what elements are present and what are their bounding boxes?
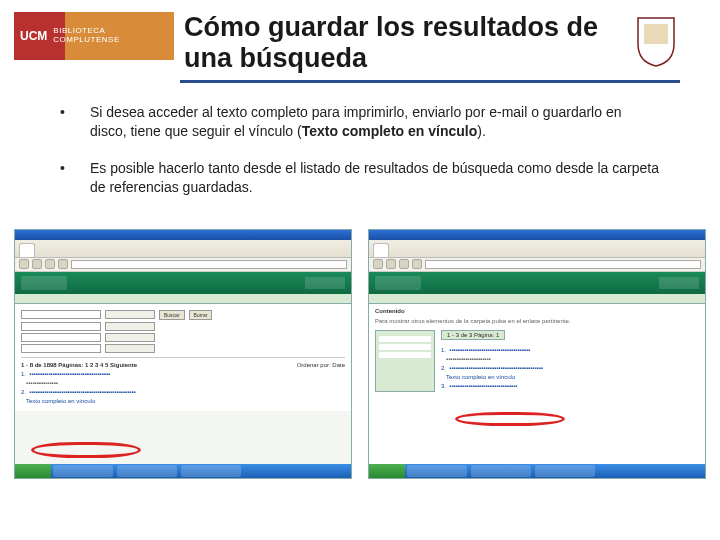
home-icon bbox=[58, 259, 68, 269]
shield-logo bbox=[632, 12, 680, 70]
folder-item: 1. ▪▪▪▪▪▪▪▪▪▪▪▪▪▪▪▪▪▪▪▪▪▪▪▪▪▪▪▪▪▪▪▪▪▪▪▪▪… bbox=[441, 347, 699, 353]
banner-right bbox=[305, 277, 345, 289]
clear-button: Borrar bbox=[189, 310, 213, 320]
back-icon bbox=[19, 259, 29, 269]
bullet-text: Si desea acceder al texto completo para … bbox=[90, 103, 660, 141]
windows-taskbar bbox=[369, 464, 705, 478]
left-sidebar-panel bbox=[375, 330, 435, 392]
results-tab: 1 - 3 de 3 Página: 1 bbox=[441, 330, 505, 340]
browser-tab bbox=[373, 243, 389, 257]
taskbar-item bbox=[117, 465, 177, 477]
browser-toolbar bbox=[15, 258, 351, 272]
search-dropdown bbox=[105, 333, 155, 342]
ebsco-logo bbox=[21, 276, 67, 290]
search-dropdown bbox=[105, 344, 155, 353]
screenshot-folder: Contenido Para mostrar otros elementos d… bbox=[368, 229, 706, 479]
ebsco-logo bbox=[375, 276, 421, 290]
nav-green-bar bbox=[369, 294, 705, 304]
bullet-text: Es posible hacerlo tanto desde el listad… bbox=[90, 159, 660, 197]
reload-icon bbox=[45, 259, 55, 269]
windows-taskbar bbox=[15, 464, 351, 478]
ebsco-banner bbox=[369, 272, 705, 294]
bullet-dot: • bbox=[60, 103, 90, 141]
reload-icon bbox=[399, 259, 409, 269]
address-bar bbox=[71, 260, 347, 269]
svg-rect-0 bbox=[644, 24, 668, 44]
back-icon bbox=[373, 259, 383, 269]
taskbar-item bbox=[53, 465, 113, 477]
content-heading: Contenido bbox=[375, 308, 405, 314]
bullet-item: • Si desea acceder al texto completo par… bbox=[60, 103, 660, 141]
banner-right bbox=[659, 277, 699, 289]
bullet-item: • Es posible hacerlo tanto desde el list… bbox=[60, 159, 660, 197]
result-item: 2. ▪▪▪▪▪▪▪▪▪▪▪▪▪▪▪▪▪▪▪▪▪▪▪▪▪▪▪▪▪▪▪▪▪▪▪▪▪… bbox=[21, 389, 345, 395]
browser-tabstrip bbox=[15, 240, 351, 258]
result-link-circled: Texto completo en vínculo bbox=[21, 398, 345, 404]
browser-tabstrip bbox=[369, 240, 705, 258]
address-bar bbox=[425, 260, 701, 269]
screenshot-search-results: Buscar Borrar 1 - 8 de 1898 Páginas: 1 2… bbox=[14, 229, 352, 479]
start-button bbox=[369, 464, 405, 478]
nav-green-bar bbox=[15, 294, 351, 304]
sort-label: Ordenar por: Date bbox=[297, 362, 345, 368]
browser-titlebar bbox=[15, 230, 351, 240]
forward-icon bbox=[386, 259, 396, 269]
browser-toolbar bbox=[369, 258, 705, 272]
search-button: Buscar bbox=[159, 310, 185, 320]
red-circle-highlight bbox=[31, 442, 141, 458]
forward-icon bbox=[32, 259, 42, 269]
logo-ucm-text: BIBLIOTECA COMPLUTENSE bbox=[53, 27, 168, 45]
taskbar-item bbox=[181, 465, 241, 477]
browser-titlebar bbox=[369, 230, 705, 240]
ebsco-banner bbox=[15, 272, 351, 294]
page-title: Cómo guardar los resultados de una búsqu… bbox=[174, 12, 632, 74]
start-button bbox=[15, 464, 51, 478]
search-form-area: Buscar Borrar 1 - 8 de 1898 Páginas: 1 2… bbox=[15, 304, 351, 411]
folder-item: 3. ▪▪▪▪▪▪▪▪▪▪▪▪▪▪▪▪▪▪▪▪▪▪▪▪▪▪▪▪▪▪▪▪ bbox=[441, 383, 699, 389]
search-dropdown bbox=[105, 310, 155, 319]
folder-item: ▪▪▪▪▪▪▪▪▪▪▪▪▪▪▪▪▪▪▪▪▪ bbox=[441, 356, 699, 362]
results-pager: 1 - 8 de 1898 Páginas: 1 2 3 4 5 Siguien… bbox=[21, 362, 137, 368]
bullet-dot: • bbox=[60, 159, 90, 197]
red-circle-highlight bbox=[455, 412, 565, 426]
folder-link-circled: Texto completo en vínculo bbox=[441, 374, 699, 380]
search-field bbox=[21, 322, 101, 331]
search-field bbox=[21, 310, 101, 319]
home-icon bbox=[412, 259, 422, 269]
bullet-list: • Si desea acceder al texto completo par… bbox=[0, 83, 720, 225]
search-field bbox=[21, 333, 101, 342]
logo-ucm: UCM BIBLIOTECA COMPLUTENSE bbox=[14, 12, 174, 60]
logo-ucm-prefix: UCM bbox=[20, 29, 47, 43]
folder-item: 2. ▪▪▪▪▪▪▪▪▪▪▪▪▪▪▪▪▪▪▪▪▪▪▪▪▪▪▪▪▪▪▪▪▪▪▪▪▪… bbox=[441, 365, 699, 371]
taskbar-item bbox=[535, 465, 595, 477]
taskbar-item bbox=[471, 465, 531, 477]
result-item: ▪▪▪▪▪▪▪▪▪▪▪▪▪▪▪ bbox=[21, 380, 345, 386]
search-dropdown bbox=[105, 322, 155, 331]
result-item: 1. ▪▪▪▪▪▪▪▪▪▪▪▪▪▪▪▪▪▪▪▪▪▪▪▪▪▪▪▪▪▪▪▪▪▪▪▪▪… bbox=[21, 371, 345, 377]
browser-tab bbox=[19, 243, 35, 257]
search-field bbox=[21, 344, 101, 353]
taskbar-item bbox=[407, 465, 467, 477]
